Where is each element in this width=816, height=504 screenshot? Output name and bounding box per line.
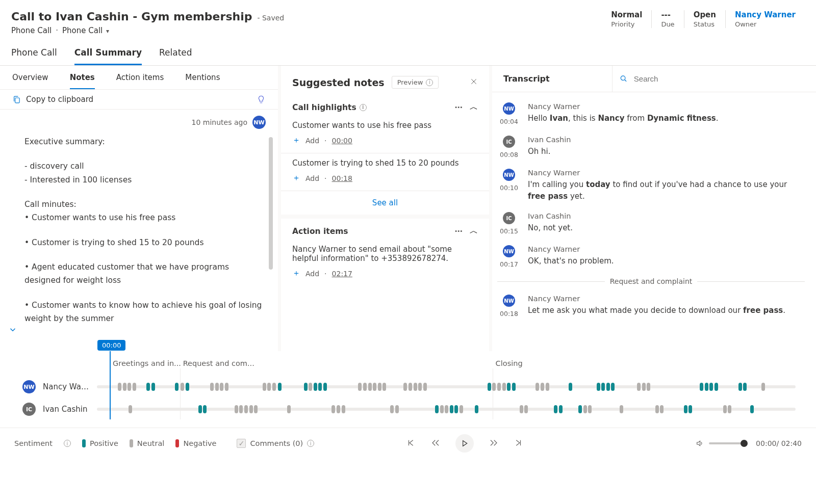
close-icon[interactable] [470, 77, 478, 88]
sentiment-pill [414, 383, 417, 391]
sentiment-pill [304, 383, 308, 391]
more-icon[interactable]: ⋯ [455, 227, 463, 236]
skip-end-button[interactable] [514, 438, 523, 449]
call-highlights-heading: Call highlights [292, 103, 356, 112]
search-input[interactable] [633, 74, 809, 84]
sentiment-pill [450, 405, 453, 413]
info-icon[interactable]: i [64, 440, 71, 447]
sentiment-pill [620, 405, 623, 413]
action-item: Nancy Warner to send email about "some h… [281, 240, 489, 286]
transcript-row[interactable]: IC00:15 Ivan CashinNo, not yet. [497, 207, 805, 240]
speaker-name: Ivan Cashin [528, 212, 805, 220]
playhead[interactable]: 00:00 [110, 351, 111, 419]
playback-controls [406, 434, 523, 453]
transcript-section-divider: Request and complaint [497, 277, 805, 285]
tab-related[interactable]: Related [159, 47, 192, 65]
sentiment-pill [263, 383, 266, 391]
add-icon[interactable]: ＋ [292, 135, 300, 146]
status-value: Open [694, 10, 716, 19]
transcript-panel: Transcript NW00:04 Nancy WarnerHello Iva… [492, 66, 816, 351]
scrollbar[interactable] [269, 137, 273, 270]
tab-action-items[interactable]: Action items [116, 73, 164, 89]
info-icon[interactable]: i [360, 104, 367, 111]
transcript-row[interactable]: IC00:08 Ivan CashinOh hi. [497, 130, 805, 164]
sentiment-pill [403, 383, 407, 391]
copy-to-clipboard-button[interactable]: Copy to clipboard [12, 95, 93, 104]
legend-positive: Positive [82, 439, 118, 447]
timestamp-link[interactable]: 02:17 [332, 270, 352, 278]
sentiment-pill [588, 405, 592, 413]
volume-icon [696, 439, 704, 447]
sentiment-pill [435, 405, 439, 413]
sentiment-pill [738, 383, 742, 391]
rewind-button[interactable] [431, 438, 440, 449]
chevron-up-icon[interactable]: ︿ [470, 102, 478, 113]
sentiment-pill [314, 383, 317, 391]
timestamp-link[interactable]: 00:00 [332, 137, 352, 145]
fast-forward-button[interactable] [489, 438, 498, 449]
svg-marker-8 [697, 441, 700, 445]
segment-label: Closing [496, 359, 523, 367]
sentiment-track-nw[interactable] [97, 385, 796, 388]
add-icon[interactable]: ＋ [292, 173, 300, 183]
sentiment-pill [492, 383, 496, 391]
transcript-row[interactable]: NW00:04 Nancy WarnerHello Ivan, this is … [497, 97, 805, 130]
search-input-wrap[interactable] [612, 66, 816, 92]
owner-link[interactable]: Nancy Warner [735, 10, 796, 19]
sentiment-label: Sentiment [14, 439, 53, 447]
sentiment-pill [743, 383, 747, 391]
sentiment-pill [723, 405, 727, 413]
volume-control[interactable] [696, 439, 745, 447]
sentiment-track-ic[interactable] [97, 408, 796, 411]
sentiment-pill [373, 383, 376, 391]
more-icon[interactable]: ⋯ [455, 103, 463, 112]
sentiment-pill [239, 405, 243, 413]
highlight-item: Customer is trying to shed 15 to 20 poun… [281, 153, 489, 191]
sentiment-pill [210, 383, 214, 391]
transcript-row[interactable]: NW00:17 Nancy WarnerOK, that's no proble… [497, 240, 805, 273]
tab-notes[interactable]: Notes [70, 73, 95, 89]
sentiment-pill [507, 383, 511, 391]
tab-mentions[interactable]: Mentions [185, 73, 220, 89]
skip-start-button[interactable] [406, 438, 416, 449]
sentiment-pill [395, 405, 399, 413]
sentiment-pill [637, 383, 641, 391]
sentiment-pill [358, 383, 362, 391]
highlight-item: Customer wants to use his free pass ＋Add… [281, 116, 489, 153]
summary-tabs: Overview Notes Action items Mentions [0, 66, 278, 89]
note-timestamp: 10 minutes ago [192, 118, 247, 126]
sentiment-pill [728, 405, 731, 413]
sentiment-pill [368, 383, 372, 391]
sentiment-pill [278, 383, 282, 391]
sentiment-pill [454, 405, 458, 413]
priority-value: Normal [611, 10, 642, 19]
tab-overview[interactable]: Overview [12, 73, 48, 89]
sentiment-pill [332, 405, 335, 413]
sentiment-pill [203, 405, 207, 413]
sentiment-pill [601, 383, 605, 391]
playback-time: 00:00/ 02:40 [756, 439, 802, 447]
lightbulb-icon[interactable] [257, 95, 266, 104]
chevron-up-icon[interactable]: ︿ [470, 226, 478, 236]
see-all-link[interactable]: See all [281, 191, 489, 215]
timestamp-link[interactable]: 00:18 [332, 174, 352, 182]
saved-indicator: - Saved [257, 14, 284, 22]
comments-toggle[interactable]: ✓Comments (0)i [237, 439, 314, 448]
transcript-row[interactable]: NW00:18 Nancy WarnerLet me ask you what … [497, 289, 805, 323]
suggested-notes-panel: Suggested notes Preview i Call highlight… [278, 66, 492, 351]
preview-badge[interactable]: Preview i [392, 76, 439, 89]
search-icon [620, 74, 628, 83]
collapse-button[interactable] [8, 325, 17, 338]
transcript-row[interactable]: NW00:10 Nancy WarnerI'm calling you toda… [497, 164, 805, 207]
play-button[interactable] [455, 434, 474, 453]
tab-phone-call[interactable]: Phone Call [11, 47, 57, 65]
transcript-title: Transcript [503, 74, 550, 84]
form-selector[interactable]: Phone Call ▾ [62, 26, 109, 35]
sentiment-pill [660, 405, 664, 413]
tab-call-summary[interactable]: Call Summary [74, 47, 142, 65]
sentiment-pill [133, 383, 136, 391]
utterance-timestamp: 00:18 [500, 310, 518, 317]
sentiment-pill [700, 383, 703, 391]
add-icon[interactable]: ＋ [292, 268, 300, 279]
breadcrumb: Phone Call · Phone Call ▾ [11, 26, 284, 35]
